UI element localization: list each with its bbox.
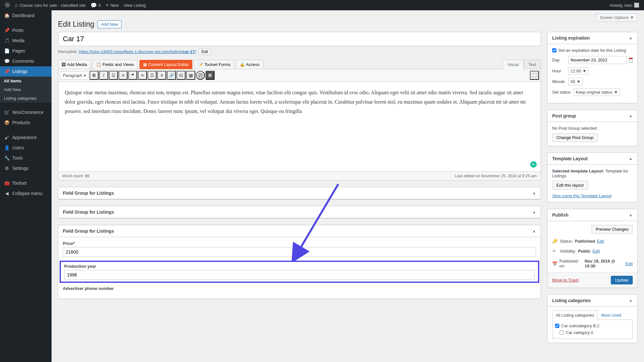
- align-center-button[interactable]: ☰: [148, 71, 157, 80]
- most-used-tab[interactable]: Most Used: [598, 311, 625, 320]
- permalink-link[interactable]: https://lobo-24405-classifieds-1.discove…: [79, 49, 196, 54]
- bullet-list-button[interactable]: ☰: [109, 71, 118, 80]
- fields-icon: 📋: [96, 62, 101, 67]
- site-name-link[interactable]: ⌂Classic cars for sale - classified site: [15, 2, 86, 8]
- collapse-toggle-icon[interactable]: ▲: [532, 229, 536, 233]
- grammarly-icon[interactable]: G: [530, 161, 537, 168]
- text-tab[interactable]: Text: [524, 60, 541, 69]
- menu-listings[interactable]: 📌Listings: [0, 66, 52, 77]
- year-label: Production year: [64, 264, 535, 269]
- lock-icon: 🔒: [240, 62, 245, 67]
- submenu-listing-categories[interactable]: Listing categories: [0, 94, 52, 103]
- category-label: Car category A: [566, 330, 593, 335]
- menu-pages[interactable]: 📄Pages: [0, 46, 52, 56]
- post-group-none: No Post Group selected.: [552, 126, 633, 131]
- menu-products[interactable]: 📦Products: [0, 117, 52, 128]
- permalink-edit-button[interactable]: Edit: [198, 49, 211, 55]
- update-button[interactable]: Update: [611, 276, 633, 284]
- readmore-button[interactable]: ⊟: [177, 71, 186, 80]
- field-group-title: Field Group for Listings: [63, 209, 114, 215]
- format-select[interactable]: Paragraph▾: [60, 71, 89, 79]
- number-list-button[interactable]: ≡: [119, 71, 128, 80]
- menu-users[interactable]: 👤Users: [0, 143, 52, 153]
- edit-layout-button[interactable]: Edit this layout: [552, 181, 588, 190]
- submenu-add-new[interactable]: Add New: [0, 85, 52, 94]
- change-post-group-button[interactable]: Change Post Group: [552, 133, 598, 142]
- calendar-icon[interactable]: [629, 58, 633, 63]
- fullscreen-button[interactable]: ⛶: [530, 71, 539, 80]
- menu-collapse[interactable]: ◀Collapse menu: [0, 188, 52, 199]
- stop-template-link[interactable]: Stop using this Template Layout: [552, 193, 611, 198]
- price-input[interactable]: [63, 247, 536, 257]
- screen-options-toggle[interactable]: Screen Options ▼: [596, 14, 638, 22]
- avatar: [634, 3, 639, 8]
- move-to-trash-link[interactable]: Move to Trash: [552, 278, 579, 283]
- collapse-toggle-icon[interactable]: ▲: [629, 156, 633, 161]
- add-media-button[interactable]: 🖼Add Media: [58, 60, 91, 69]
- content-layout-editor-button[interactable]: ▦Content Layout Editor: [139, 60, 192, 69]
- view-listing-link[interactable]: View Listing: [123, 3, 146, 8]
- edit-published-link[interactable]: Edit: [626, 261, 633, 266]
- status-select[interactable]: Keep original status▼: [573, 88, 620, 96]
- editor-content-area[interactable]: Quisque vitae metus maximus, rhoncus nis…: [58, 82, 541, 172]
- menu-tools[interactable]: 🔧Tools: [0, 153, 52, 163]
- comments-link[interactable]: 💬0: [91, 2, 101, 8]
- blockquote-button[interactable]: ❝: [128, 71, 137, 80]
- menu-appearance[interactable]: 🖌Appearance: [0, 132, 52, 143]
- day-input[interactable]: [568, 56, 627, 64]
- toolset-forms-button[interactable]: 📝Toolset Forms: [194, 60, 234, 69]
- menu-woocommerce[interactable]: 🛒WooCommerce: [0, 107, 52, 117]
- expiration-checkbox-label: Set an expiration date for this Listing: [558, 48, 626, 53]
- menu-dashboard[interactable]: 🏠Dashboard: [0, 10, 52, 21]
- field-group-1: Field Group for Listings▲: [58, 187, 541, 200]
- bootstrap-button[interactable]: B: [206, 71, 215, 80]
- year-input[interactable]: [64, 270, 535, 280]
- visual-tab[interactable]: Visual: [503, 60, 524, 69]
- category-checkbox[interactable]: [560, 330, 564, 335]
- category-list[interactable]: Car subcategory B.2 Car category A: [552, 320, 633, 339]
- minute-select[interactable]: 00▼: [568, 78, 583, 85]
- fields-views-button[interactable]: 📋Fields and Views: [92, 60, 138, 69]
- selected-template-label: Selected template Layout:: [552, 169, 604, 173]
- post-group-box: Post group▲ No Post Group selected. Chan…: [547, 110, 638, 146]
- key-icon: 🔑: [552, 239, 558, 244]
- preview-changes-button[interactable]: Preview Changes: [591, 225, 633, 234]
- submenu-all-items[interactable]: All items: [0, 77, 52, 85]
- all-categories-tab[interactable]: All Listing categories: [552, 311, 598, 320]
- toolbar-toggle-button[interactable]: ▦: [186, 71, 195, 80]
- howdy-link[interactable]: Howdy, lobo: [610, 3, 639, 8]
- menu-posts[interactable]: 📌Posts: [0, 25, 52, 35]
- template-layout-title: Template Layout: [552, 156, 588, 161]
- wp-logo[interactable]: ⓦ: [5, 2, 10, 9]
- align-right-button[interactable]: ≡: [157, 71, 166, 80]
- published-label: Published on:: [560, 259, 583, 268]
- align-left-button[interactable]: ≡: [138, 71, 147, 80]
- collapse-toggle-icon[interactable]: ▲: [532, 191, 536, 195]
- editor-footer: Word count: 88 Last edited on November 2…: [58, 172, 541, 181]
- link-button[interactable]: 🔗: [167, 71, 176, 80]
- edit-status-link[interactable]: Edit: [597, 239, 604, 244]
- permalink-row: Permalink: https://lobo-24405-classified…: [58, 49, 541, 55]
- menu-media[interactable]: 🎵Media: [0, 35, 52, 46]
- collapse-toggle-icon[interactable]: ▲: [629, 213, 633, 217]
- editor-text: Quisque vitae metus maximus, rhoncus nis…: [65, 90, 526, 114]
- category-checkbox[interactable]: [555, 324, 559, 328]
- edit-visibility-link[interactable]: Edit: [592, 249, 600, 254]
- post-title-input[interactable]: [58, 32, 541, 46]
- hour-select[interactable]: 12:00▼: [568, 67, 589, 75]
- menu-settings[interactable]: ⚙Settings: [0, 163, 52, 173]
- collapse-toggle-icon[interactable]: ▲: [629, 36, 633, 40]
- menu-toolset[interactable]: 🧰Toolset: [0, 178, 52, 188]
- collapse-toggle-icon[interactable]: ▲: [532, 210, 536, 214]
- menu-comments[interactable]: 💬Comments: [0, 56, 52, 66]
- expiration-checkbox[interactable]: [552, 48, 556, 52]
- bold-button[interactable]: B: [90, 71, 99, 80]
- add-new-button[interactable]: Add New: [98, 20, 122, 28]
- access-button[interactable]: 🔒Access: [236, 60, 263, 69]
- new-content-link[interactable]: +New: [106, 2, 119, 8]
- collapse-toggle-icon[interactable]: ▲: [629, 298, 633, 303]
- shortcode-button[interactable]: {/}: [196, 71, 205, 80]
- publish-box: Publish▲ Preview Changes 🔑Status: Publis…: [547, 209, 638, 288]
- collapse-toggle-icon[interactable]: ▲: [629, 114, 633, 118]
- italic-button[interactable]: I: [99, 71, 108, 80]
